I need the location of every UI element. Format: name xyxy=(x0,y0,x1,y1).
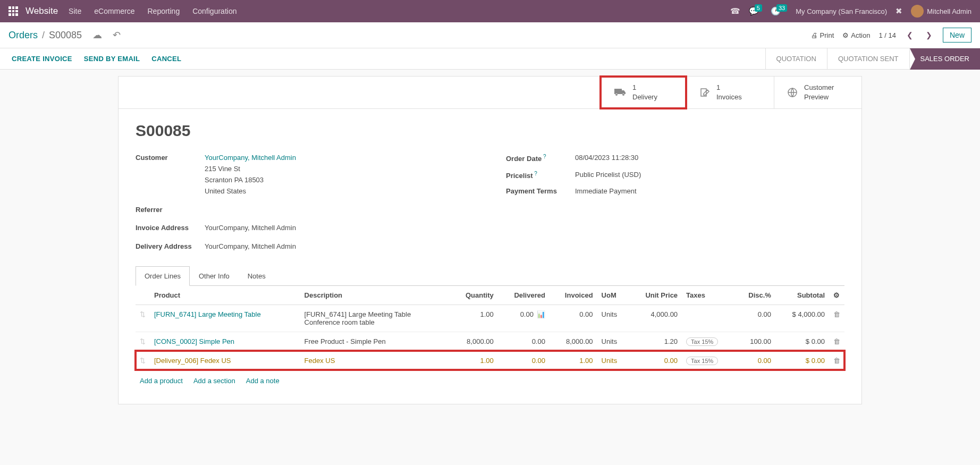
tab-order-lines[interactable]: Order Lines xyxy=(136,266,190,286)
cell-taxes[interactable]: Tax 15% xyxy=(682,332,734,351)
drag-handle-icon[interactable]: ⇅ xyxy=(140,310,146,318)
cell-taxes[interactable] xyxy=(682,305,734,332)
cell-disc[interactable]: 0.00 xyxy=(734,351,775,370)
send-email-button[interactable]: SEND BY EMAIL xyxy=(84,55,140,63)
phone-icon[interactable]: ☎ xyxy=(730,6,740,16)
cell-taxes[interactable]: Tax 15% xyxy=(682,351,734,370)
company-switcher[interactable]: My Company (San Francisco) xyxy=(796,7,887,15)
form-body: S00085 Customer YourCompany, Mitchell Ad… xyxy=(119,109,861,404)
nav-item-ecommerce[interactable]: eCommerce xyxy=(94,7,134,15)
table-row[interactable]: ⇅[Delivery_006] Fedex USFedex US1.000.00… xyxy=(136,351,844,370)
breadcrumb-parent[interactable]: Orders xyxy=(9,30,38,41)
label-order-date: Order Date xyxy=(506,153,575,165)
nav-item-site[interactable]: Site xyxy=(69,7,81,15)
create-invoice-button[interactable]: CREATE INVOICE xyxy=(12,55,72,63)
undo-icon[interactable]: ↶ xyxy=(113,29,121,41)
tab-other-info[interactable]: Other Info xyxy=(190,266,239,285)
brand: Website xyxy=(26,6,58,16)
new-button[interactable]: New xyxy=(943,28,971,43)
edit-icon xyxy=(699,87,710,98)
options-icon[interactable]: ⚙ xyxy=(833,291,840,299)
col-taxes[interactable]: Taxes xyxy=(682,286,734,305)
nav-item-configuration[interactable]: Configuration xyxy=(192,7,236,15)
add-note-link[interactable]: Add a note xyxy=(246,377,280,385)
control-bar: Orders / S00085 ☁ ↶ 🖨Print ⚙Action 1 / 1… xyxy=(0,22,980,48)
cancel-button[interactable]: CANCEL xyxy=(151,55,181,63)
print-button[interactable]: 🖨Print xyxy=(811,31,834,39)
invoices-stat-button[interactable]: 1Invoices xyxy=(686,77,774,108)
activities-icon[interactable]: 🕐33 xyxy=(771,6,787,16)
cell-unit-price[interactable]: 4,000.00 xyxy=(629,305,682,332)
cell-unit-price[interactable]: 1.20 xyxy=(629,332,682,351)
col-disc[interactable]: Disc.% xyxy=(734,286,775,305)
product-link[interactable]: [CONS_0002] Simple Pen xyxy=(154,337,234,345)
delivery-addr-value[interactable]: YourCompany, Mitchell Admin xyxy=(205,241,296,252)
drag-handle-icon[interactable]: ⇅ xyxy=(140,357,146,365)
col-product[interactable]: Product xyxy=(150,286,300,305)
cell-uom[interactable]: Units xyxy=(597,332,629,351)
col-quantity[interactable]: Quantity xyxy=(450,286,498,305)
col-description[interactable]: Description xyxy=(300,286,451,305)
tab-notes[interactable]: Notes xyxy=(239,266,275,285)
cell-quantity[interactable]: 8,000.00 xyxy=(450,332,498,351)
label-delivery-addr: Delivery Address xyxy=(136,241,205,252)
tax-badge: Tax 15% xyxy=(686,337,718,346)
cell-invoiced[interactable]: 1.00 xyxy=(550,351,597,370)
cell-disc[interactable]: 0.00 xyxy=(734,305,775,332)
cell-delivered[interactable]: 0.00 xyxy=(498,332,550,351)
col-invoiced[interactable]: Invoiced xyxy=(550,286,597,305)
tools-icon[interactable]: ✖ xyxy=(895,6,902,16)
invoice-addr-value[interactable]: YourCompany, Mitchell Admin xyxy=(205,223,296,234)
cell-uom[interactable]: Units xyxy=(597,351,629,370)
status-quotation[interactable]: QUOTATION xyxy=(765,48,827,70)
add-product-link[interactable]: Add a product xyxy=(140,377,183,385)
col-delivered[interactable]: Delivered xyxy=(498,286,550,305)
cell-description[interactable]: Fedex US xyxy=(300,351,451,370)
order-date-value[interactable]: 08/04/2023 11:28:30 xyxy=(575,153,638,165)
pager-prev[interactable]: ❮ xyxy=(905,29,915,41)
table-row[interactable]: ⇅[FURN_6741] Large Meeting Table[FURN_67… xyxy=(136,305,844,332)
cell-unit-price[interactable]: 0.00 xyxy=(629,351,682,370)
cell-disc[interactable]: 100.00 xyxy=(734,332,775,351)
cell-quantity[interactable]: 1.00 xyxy=(450,351,498,370)
product-link[interactable]: [Delivery_006] Fedex US xyxy=(154,357,231,365)
apps-icon[interactable] xyxy=(9,6,18,16)
trash-icon[interactable]: 🗑 xyxy=(833,337,840,345)
product-link[interactable]: [FURN_6741] Large Meeting Table xyxy=(154,310,261,318)
pricelist-value[interactable]: Public Pricelist (USD) xyxy=(575,170,641,182)
cell-quantity[interactable]: 1.00 xyxy=(450,305,498,332)
cloud-save-icon[interactable]: ☁ xyxy=(92,29,102,41)
drag-handle-icon[interactable]: ⇅ xyxy=(140,337,146,345)
pager-next[interactable]: ❯ xyxy=(924,29,934,41)
user-menu[interactable]: Mitchell Admin xyxy=(911,5,971,18)
form-sheet: 1Delivery 1Invoices CustomerPreview S000… xyxy=(118,76,862,404)
cell-invoiced[interactable]: 8,000.00 xyxy=(550,332,597,351)
status-quotation-sent[interactable]: QUOTATION SENT xyxy=(827,48,909,70)
label-invoice-addr: Invoice Address xyxy=(136,223,205,234)
cell-uom[interactable]: Units xyxy=(597,305,629,332)
trash-icon[interactable]: 🗑 xyxy=(833,310,840,318)
delivery-stat-button[interactable]: 1Delivery xyxy=(599,75,687,109)
action-button[interactable]: ⚙Action xyxy=(842,31,870,39)
col-options[interactable]: ⚙ xyxy=(829,286,844,305)
col-subtotal[interactable]: Subtotal xyxy=(775,286,829,305)
customer-link[interactable]: YourCompany, Mitchell Admin xyxy=(205,153,296,164)
chart-icon[interactable]: 📊 xyxy=(537,310,545,318)
add-section-link[interactable]: Add a section xyxy=(193,377,235,385)
messages-icon[interactable]: 💬5 xyxy=(749,6,762,16)
cell-delivered[interactable]: 0.00📊 xyxy=(498,305,550,332)
trash-icon[interactable]: 🗑 xyxy=(833,357,840,365)
cell-description[interactable]: [FURN_6741] Large Meeting TableConferenc… xyxy=(300,305,451,332)
col-uom[interactable]: UoM xyxy=(597,286,629,305)
nav-item-reporting[interactable]: Reporting xyxy=(147,7,180,15)
payment-terms-value[interactable]: Immediate Payment xyxy=(575,186,637,197)
breadcrumb-current: S00085 xyxy=(49,30,82,41)
col-unit-price[interactable]: Unit Price xyxy=(629,286,682,305)
cell-delivered[interactable]: 0.00 xyxy=(498,351,550,370)
customer-preview-button[interactable]: CustomerPreview xyxy=(774,77,861,108)
breadcrumb-sep: / xyxy=(42,30,45,41)
cell-invoiced[interactable]: 0.00 xyxy=(550,305,597,332)
table-row[interactable]: ⇅[CONS_0002] Simple PenFree Product - Si… xyxy=(136,332,844,351)
cell-description[interactable]: Free Product - Simple Pen xyxy=(300,332,451,351)
status-sales-order[interactable]: SALES ORDER xyxy=(909,48,980,70)
